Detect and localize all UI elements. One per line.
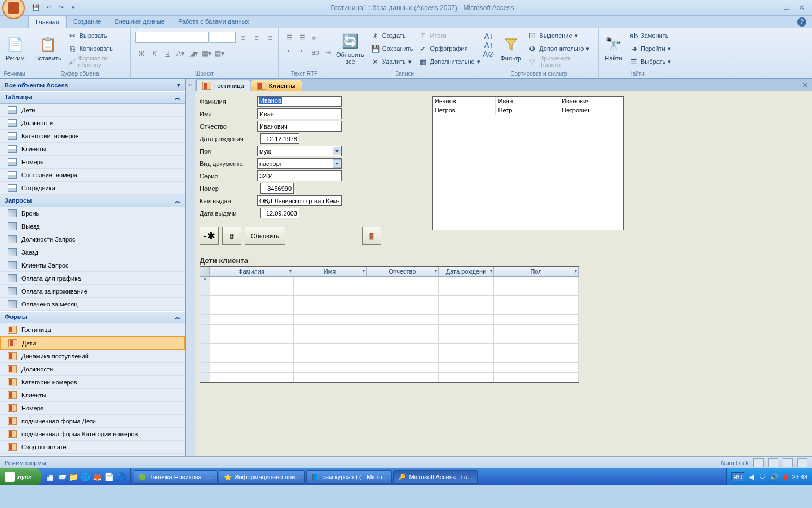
taskbar-item[interactable]: 📘сам курсач ) ( - Micro... (306, 470, 392, 484)
close-button[interactable]: ✕ (795, 3, 807, 13)
cell[interactable] (210, 344, 294, 353)
cell[interactable] (294, 353, 367, 362)
tab-create[interactable]: Создание (67, 16, 108, 28)
start-button[interactable]: пуск (0, 468, 41, 485)
row-header[interactable] (200, 315, 210, 324)
cell[interactable] (210, 325, 294, 334)
nav-item[interactable]: Оплачено за месяц (0, 298, 185, 311)
cell[interactable] (367, 305, 439, 314)
table-row[interactable] (200, 286, 579, 296)
cell[interactable] (439, 363, 494, 372)
list-item[interactable]: ИвановИванИванович (433, 97, 623, 106)
cell[interactable] (439, 315, 494, 324)
nav-item[interactable]: Заезд (0, 246, 185, 259)
cell[interactable] (439, 373, 494, 382)
undo-icon[interactable]: ↶ (43, 2, 54, 14)
ql-icon[interactable]: 📁 (68, 471, 80, 483)
align-right-icon[interactable]: ≡ (264, 32, 276, 44)
clients-list[interactable]: ИвановИванИванович ПетровПетрПетрович (432, 96, 624, 230)
toggle-filter-button[interactable]: ▽Применить фильтр (526, 55, 596, 68)
input-dob[interactable] (260, 133, 299, 144)
nav-item[interactable]: Сотрудники (0, 182, 185, 195)
italic-button[interactable]: К (148, 47, 161, 60)
list-item[interactable]: ПетровПетрПетрович (433, 106, 623, 115)
nav-item[interactable]: Состояние номера (0, 454, 185, 456)
nav-item[interactable]: Оплата для графика (0, 272, 185, 285)
cell[interactable] (494, 353, 579, 362)
select-button[interactable]: ☰Выбрать ▾ (627, 55, 673, 68)
font-color-icon[interactable]: A▾ (174, 47, 187, 60)
ql-icon[interactable]: 🦊 (92, 471, 103, 483)
font-size-select[interactable] (210, 32, 236, 43)
table-row[interactable] (200, 334, 579, 344)
select-sex[interactable] (257, 146, 342, 156)
input-fam[interactable]: Иванов (257, 96, 342, 107)
nav-item[interactable]: Номера (0, 156, 185, 169)
cell[interactable] (367, 315, 439, 324)
view-datasheet-icon[interactable] (768, 458, 778, 467)
nav-collapse-button[interactable]: « (186, 79, 195, 456)
input-patr[interactable] (257, 121, 342, 132)
ql-icon[interactable]: 🔵 (116, 471, 127, 483)
cell[interactable] (494, 344, 579, 353)
ltr-icon[interactable]: ¶ (283, 46, 295, 59)
nav-item[interactable]: Клиенты (0, 389, 185, 402)
cell[interactable] (494, 286, 579, 295)
add-button[interactable]: +✱ (200, 227, 219, 245)
cell[interactable] (210, 363, 294, 372)
cell[interactable] (439, 334, 494, 343)
nav-item[interactable]: Гостиница (0, 323, 185, 336)
table-row[interactable] (200, 353, 579, 363)
children-subform[interactable]: Фамилия▾Имя▾Отчество▾Дата рождени▾Пол▾ * (200, 266, 579, 383)
row-header[interactable] (200, 286, 210, 295)
cell[interactable] (494, 325, 579, 334)
nav-item[interactable]: Категории номеров (0, 376, 185, 389)
tray-clock[interactable]: 23:48 (792, 474, 807, 480)
table-row[interactable] (200, 325, 579, 334)
nav-item[interactable]: Категории_номеров (0, 130, 185, 143)
save-icon[interactable]: 💾 (30, 2, 42, 14)
input-num[interactable] (260, 183, 294, 194)
cell[interactable] (494, 373, 579, 382)
cell[interactable] (439, 344, 494, 353)
cell[interactable] (294, 344, 367, 353)
bold-button[interactable]: Ж (135, 47, 148, 60)
table-row[interactable] (200, 296, 579, 305)
cell[interactable] (294, 373, 367, 382)
column-header[interactable]: Дата рождени▾ (439, 267, 494, 276)
taskbar-item[interactable]: 🟢Танечка Новикова - ... (134, 470, 218, 484)
tray-icon[interactable]: 🔊 (769, 472, 778, 481)
cell[interactable] (210, 305, 294, 314)
maximize-button[interactable]: ▭ (780, 3, 793, 13)
ql-icon[interactable]: 📨 (56, 471, 68, 483)
row-header[interactable] (200, 373, 210, 382)
clear-sort-icon[interactable]: A⊘ (483, 50, 495, 59)
row-header[interactable] (200, 325, 210, 334)
align-center-icon[interactable]: ≡ (250, 32, 263, 44)
tray-icon[interactable]: ◼ (780, 472, 789, 481)
nav-cat-queries[interactable]: Запросы︽ (0, 195, 185, 207)
taskbar-item[interactable]: ⭐Информационно-пои... (219, 470, 306, 484)
cell[interactable] (210, 286, 294, 295)
nav-item[interactable]: Состояние_номера (0, 169, 185, 182)
doc-tab-clients[interactable]: Клиенты (251, 80, 302, 91)
delete-button[interactable]: 🗑 (222, 227, 241, 245)
cell[interactable] (367, 277, 439, 286)
advanced-filter-button[interactable]: ⚙Дополнительно ▾ (526, 42, 596, 55)
totals-button[interactable]: ΣИтоги (416, 29, 482, 42)
nav-item[interactable]: Динамика поступлений (0, 350, 185, 363)
close-tab-icon[interactable]: ✕ (802, 81, 809, 90)
delete-record-button[interactable]: ✕Удалить ▾ (369, 55, 416, 68)
table-row[interactable] (200, 373, 579, 382)
nav-item[interactable]: Дети (0, 104, 185, 117)
cell[interactable] (494, 334, 579, 343)
column-header[interactable]: Имя▾ (293, 267, 367, 276)
nav-item[interactable]: Оплата за проживание (0, 285, 185, 298)
cell[interactable] (367, 334, 439, 343)
cell[interactable] (367, 296, 439, 305)
tray-icon[interactable]: ◀ (747, 472, 756, 481)
cut-button[interactable]: ✂Вырезать (66, 29, 128, 42)
ql-icon[interactable]: 🌐 (80, 471, 91, 483)
cell[interactable] (367, 325, 439, 334)
input-idate[interactable] (260, 208, 299, 218)
